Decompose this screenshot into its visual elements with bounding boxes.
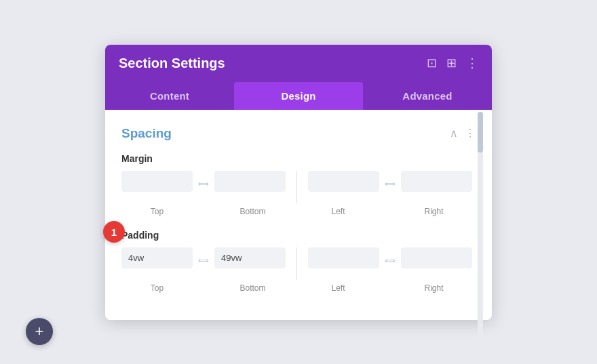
padding-left-toggle[interactable]: ⟺ [383,256,397,265]
tab-design[interactable]: Design [234,82,363,110]
margin-group: Margin ⟺ ⟺ [121,153,476,216]
scrollbar-thumb[interactable] [478,112,483,153]
expand-icon[interactable]: ⊡ [427,57,437,69]
padding-divider [296,247,297,280]
margin-top-label: Top [121,207,193,216]
badge-number: 1 [111,226,117,238]
margin-label: Margin [121,153,476,164]
padding-top-unit [121,247,193,268]
panel-body: Spacing ∧ ⋮ Margin ⟺ [105,110,492,320]
margin-right-label: Right [398,207,469,216]
more-icon[interactable]: ⋮ [466,57,478,69]
padding-left-half: ⟺ [121,247,286,268]
margin-labels: Top Bottom Left Right [121,207,476,216]
spacing-title: Spacing [121,126,172,141]
padding-top-input[interactable] [121,247,193,268]
margin-bottom-input[interactable] [214,171,286,192]
padding-labels: Top Bottom Left Right [121,283,476,293]
fab-button[interactable]: + [26,318,53,345]
tab-advanced[interactable]: Advanced [363,82,492,110]
spacing-header-icons: ∧ ⋮ [450,127,476,140]
padding-left-input[interactable] [308,247,379,268]
padding-label: Padding [121,230,476,241]
padding-bottom-label: Bottom [217,283,288,293]
tabs: Content Design Advanced [105,82,492,110]
panel-header: Section Settings ⊡ ⊞ ⋮ [105,45,492,82]
fab-plus-icon: + [35,324,44,339]
padding-group: Padding ⟺ ⟺ [121,230,476,293]
padding-right-input[interactable] [401,247,472,268]
padding-left-label: Left [303,283,374,293]
margin-top-unit [121,171,193,192]
spacing-more-icon[interactable]: ⋮ [465,127,476,140]
margin-bottom-label: Bottom [217,207,288,216]
padding-bottom-input[interactable] [214,247,286,268]
margin-top-toggle[interactable]: ⟺ [197,180,210,188]
margin-left-unit [308,171,379,192]
panel-title: Section Settings [119,56,225,71]
margin-divider [296,171,297,203]
collapse-icon[interactable]: ∧ [450,127,458,140]
margin-left-half: ⟺ [121,171,286,192]
tab-content[interactable]: Content [105,82,234,110]
padding-top-label: Top [121,283,193,293]
margin-right-input[interactable] [401,171,472,192]
padding-top-toggle[interactable]: ⟺ [197,256,210,265]
padding-right-label: Right [398,283,469,293]
margin-left-label: Left [303,207,374,216]
margin-right-unit [401,171,472,192]
margin-left-input[interactable] [308,171,379,192]
margin-left-toggle[interactable]: ⟺ [383,180,397,188]
padding-right-half: ⟺ [308,247,472,268]
padding-bottom-unit [214,247,286,268]
header-icons: ⊡ ⊞ ⋮ [427,57,478,69]
margin-inputs-row: ⟺ ⟺ [121,171,476,203]
section-settings-panel: Section Settings ⊡ ⊞ ⋮ Content Design Ad… [105,45,492,320]
padding-left-unit [308,247,379,268]
step-badge: 1 [103,221,125,243]
padding-right-unit [401,247,472,268]
margin-bottom-unit [214,171,286,192]
spacing-section-header: Spacing ∧ ⋮ [121,126,476,141]
columns-icon[interactable]: ⊞ [446,57,457,69]
scrollbar-track[interactable] [478,112,483,356]
margin-right-half: ⟺ [308,171,472,192]
padding-inputs-row: ⟺ ⟺ [121,247,476,280]
margin-top-input[interactable] [121,171,193,192]
